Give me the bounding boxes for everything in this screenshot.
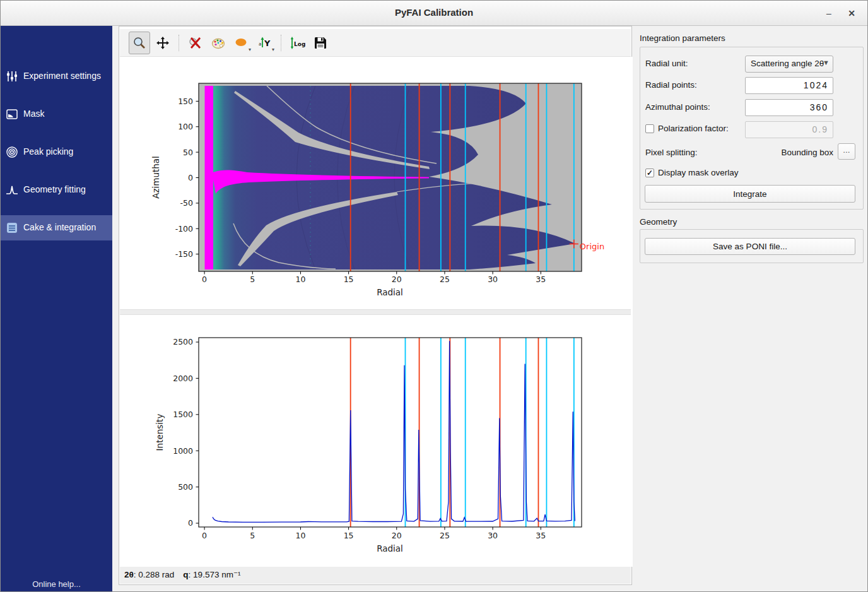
- svg-text:20: 20: [392, 275, 402, 284]
- svg-text:20: 20: [392, 531, 402, 540]
- cursor-status-bar: 2θ: 0.288 radq: 19.573 nm⁻¹: [120, 565, 631, 584]
- svg-text:30: 30: [488, 531, 498, 540]
- pixel-splitting-options-button[interactable]: ...: [838, 143, 855, 160]
- svg-text:Radial: Radial: [377, 287, 403, 297]
- save-poni-button[interactable]: Save as PONI file...: [645, 238, 855, 255]
- sidebar-item-peak-picking[interactable]: Peak picking: [1, 139, 112, 165]
- radial-unit-select[interactable]: Scattering angle 2θ ▼: [745, 56, 833, 73]
- app-window: PyFAI Calibration – ✕ Experiment setting…: [0, 0, 868, 592]
- svg-text:500: 500: [178, 482, 193, 492]
- title-bar: PyFAI Calibration – ✕: [1, 1, 867, 26]
- q-label: q: [183, 570, 188, 579]
- radial-unit-value: Scattering angle 2θ: [751, 59, 824, 68]
- svg-text:35: 35: [536, 275, 546, 284]
- svg-text:2500: 2500: [173, 337, 193, 346]
- tth-label: 2θ: [124, 570, 134, 579]
- sidebar-item-label: Cake & integration: [23, 222, 96, 232]
- y-axis-scale-button[interactable]: a Y ▾: [254, 32, 276, 54]
- svg-text:25: 25: [440, 275, 450, 284]
- concentric-rings-icon: [6, 146, 18, 158]
- svg-text:10: 10: [295, 531, 305, 540]
- display-mask-label: Display mask overlay: [658, 168, 739, 177]
- log-scale-icon: Log: [289, 35, 305, 50]
- azimuthal-points-label: Azimuthal points:: [645, 102, 710, 112]
- right-panel: Integration parameters Radial unit: Scat…: [637, 26, 868, 585]
- svg-text:15: 15: [344, 275, 354, 284]
- pan-mode-button[interactable]: [152, 32, 173, 54]
- window-title: PyFAI Calibration: [1, 7, 867, 18]
- svg-text:50: 50: [183, 148, 193, 157]
- svg-text:Radial: Radial: [377, 543, 403, 554]
- cake-image: [199, 83, 582, 271]
- palette-icon: [211, 35, 226, 50]
- geometry-group: Save as PONI file...: [640, 229, 864, 263]
- plot-splitter[interactable]: [120, 309, 631, 315]
- display-mask-checkbox[interactable]: ✓: [645, 169, 654, 177]
- magnifier-icon: [132, 35, 147, 50]
- log-scale-button[interactable]: Log: [286, 32, 308, 54]
- mask-ellipse-icon: [234, 35, 249, 50]
- sidebar-item-experiment-settings[interactable]: Experiment settings: [1, 64, 112, 89]
- radial-points-label: Radial points:: [645, 80, 697, 90]
- polarization-checkbox[interactable]: [645, 124, 654, 133]
- chevron-down-icon: ▼: [823, 59, 830, 66]
- sidebar-item-label: Peak picking: [23, 146, 73, 157]
- svg-text:-100: -100: [175, 224, 193, 234]
- dropdown-arrow-icon: ▾: [249, 47, 251, 52]
- svg-text:30: 30: [488, 275, 498, 284]
- svg-text:1500: 1500: [173, 410, 193, 419]
- colormap-button[interactable]: [208, 32, 229, 54]
- svg-text:150: 150: [178, 97, 193, 106]
- close-button[interactable]: ✕: [843, 6, 860, 21]
- svg-text:0: 0: [202, 275, 207, 284]
- svg-text:-50: -50: [180, 198, 193, 208]
- azimuthal-points-input[interactable]: 360: [745, 99, 833, 116]
- q-value: : 19.573 nm⁻¹: [189, 570, 241, 579]
- integration-plot-canvas[interactable]: 0510152025303505001000150020002500Radial…: [119, 311, 633, 567]
- svg-text:1000: 1000: [173, 446, 193, 456]
- svg-text:0: 0: [188, 518, 193, 528]
- mask-image-icon: [6, 108, 18, 121]
- y-axis-icon: a Y: [257, 35, 273, 50]
- svg-text:Intensity: Intensity: [155, 414, 165, 451]
- cake-plot-canvas[interactable]: 05101520253035-150-100-50050100150Radial…: [119, 57, 633, 311]
- figure-background: [119, 311, 633, 567]
- sidebar-item-geometry-fitting[interactable]: Geometry fitting: [1, 177, 112, 203]
- clear-zoom-button[interactable]: [184, 32, 206, 54]
- integration-parameters-title: Integration parameters: [640, 33, 725, 43]
- svg-text:Azimuthal: Azimuthal: [151, 156, 161, 199]
- svg-text:Y: Y: [264, 38, 271, 48]
- integrate-button[interactable]: Integrate: [645, 185, 855, 203]
- sidebar-item-cake-integration[interactable]: Cake & integration: [1, 215, 112, 240]
- mask-tool-button[interactable]: ▾: [231, 32, 252, 54]
- sidebar-item-label: Experiment settings: [23, 71, 101, 81]
- sidebar-item-label: Mask: [23, 109, 44, 119]
- svg-text:5: 5: [250, 275, 255, 284]
- svg-text:0: 0: [188, 173, 193, 182]
- plot-panel: ▾ a Y ▾ Log: [119, 26, 632, 585]
- pixel-splitting-label: Pixel splitting:: [645, 148, 698, 157]
- save-button[interactable]: [310, 32, 331, 54]
- sidebar: Experiment settings Mask Peak picking Ge…: [1, 26, 112, 592]
- svg-text:10: 10: [295, 275, 305, 284]
- cake-list-icon: [6, 222, 18, 234]
- minimize-button[interactable]: –: [821, 6, 837, 21]
- tth-value: : 0.288 rad: [134, 570, 175, 579]
- svg-text:100: 100: [178, 122, 193, 131]
- online-help-link[interactable]: Online help...: [1, 579, 112, 589]
- integration-parameters-group: Radial unit: Scattering angle 2θ ▼ Radia…: [640, 47, 864, 210]
- svg-text:15: 15: [344, 531, 354, 540]
- svg-text:-150: -150: [175, 249, 193, 259]
- peak-curve-icon: [6, 184, 18, 196]
- sidebar-item-mask[interactable]: Mask: [1, 102, 112, 127]
- sliders-icon: [6, 70, 18, 83]
- toolbar-separator: [179, 35, 179, 51]
- radial-points-input[interactable]: 1024: [745, 77, 833, 94]
- zoom-mode-button[interactable]: [129, 32, 150, 54]
- svg-text:Origin: Origin: [580, 242, 604, 251]
- plot-toolbar: ▾ a Y ▾ Log: [120, 29, 631, 57]
- sidebar-item-label: Geometry fitting: [23, 184, 86, 194]
- svg-text:25: 25: [440, 531, 450, 540]
- svg-text:5: 5: [250, 531, 255, 540]
- svg-text:Log: Log: [294, 40, 305, 47]
